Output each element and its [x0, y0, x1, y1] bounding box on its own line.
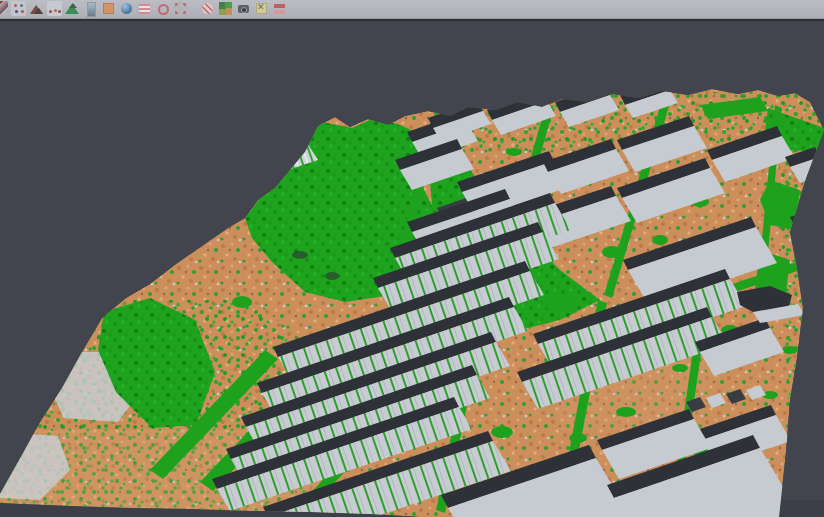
classified-pointcloud-view[interactable]: [0, 21, 824, 517]
terrain-green-icon[interactable]: [65, 1, 80, 16]
table-rows-icon[interactable]: [137, 1, 152, 16]
clip-region-icon[interactable]: [254, 1, 269, 16]
toolbar-separator: [190, 14, 199, 15]
application-window: [0, 0, 824, 517]
red-bars-icon[interactable]: [272, 1, 287, 16]
tree-clump: [544, 294, 576, 312]
extent-frame-icon[interactable]: [173, 1, 188, 16]
tree-clump: [672, 364, 688, 372]
camera-icon[interactable]: [236, 1, 251, 16]
sparse-points-icon[interactable]: [47, 1, 62, 16]
tree-clump: [652, 235, 668, 245]
tree-clump: [232, 296, 252, 308]
classify-points-icon[interactable]: [11, 1, 26, 16]
tree-clump: [616, 407, 636, 417]
terrain-brown-icon[interactable]: [29, 1, 44, 16]
orange-square-icon[interactable]: [101, 1, 116, 16]
target-ring-icon[interactable]: [155, 1, 170, 16]
toolbar: [0, 0, 824, 19]
tree-clump: [506, 148, 522, 156]
column-view-icon[interactable]: [83, 1, 98, 16]
landcover-map-icon[interactable]: [218, 1, 233, 16]
forest-shadow-1: [292, 251, 308, 259]
tree-clump: [798, 200, 814, 210]
building-east-2: [795, 218, 824, 241]
points-dark-icon[interactable]: [0, 1, 8, 16]
tree-clump: [602, 246, 622, 258]
tree-clump: [491, 426, 513, 438]
globe-icon[interactable]: [119, 1, 134, 16]
hatched-circle-icon[interactable]: [200, 1, 215, 16]
3d-viewport[interactable]: [0, 21, 824, 517]
forest-shadow-2: [325, 272, 339, 280]
tree-clump: [569, 433, 587, 443]
tree-clump: [782, 346, 798, 354]
